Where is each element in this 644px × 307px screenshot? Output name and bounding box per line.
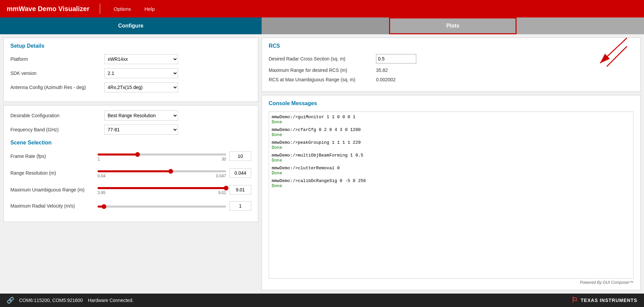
frame-rate-max: 30	[222, 157, 226, 162]
max-range-rcs-row: Maximum Range for desired RCS (m) 35.82	[269, 68, 634, 73]
header-menu: Options Help	[110, 4, 158, 13]
range-res-slider-container[interactable]: 0.04 0.047	[98, 168, 226, 178]
header-divider	[100, 4, 100, 14]
max-range-rcs-value: 35.82	[376, 68, 388, 73]
platform-row: Platform xWR14xxxWR16xxxWR18xx	[10, 54, 251, 64]
desirable-control[interactable]: Best Range ResolutionBest Velocity Resol…	[104, 111, 178, 121]
max-velocity-track[interactable]	[98, 206, 226, 208]
tab-plots[interactable]: Plots	[389, 17, 517, 34]
sdk-row: SDK version 2.12.01.2	[10, 68, 251, 78]
max-velocity-slider-container[interactable]	[98, 203, 226, 209]
tab-bar: Configure Plots	[0, 17, 644, 34]
powered-by: Powered By GUI Composer™	[269, 280, 634, 285]
desirable-select[interactable]: Best Range ResolutionBest Velocity Resol…	[104, 111, 178, 121]
frame-rate-row: Frame Rate (fps) 1 30 10	[10, 151, 251, 162]
link-icon: 🔗	[7, 297, 14, 304]
rcs-at-max-value: 0.002002	[376, 77, 395, 82]
menu-help[interactable]: Help	[141, 4, 158, 13]
antenna-control[interactable]: 4Rx,2Tx(15 deg)4Rx,1Tx(30 deg)2Rx,1Tx(60…	[104, 82, 178, 92]
sdk-control[interactable]: 2.12.01.2	[104, 68, 178, 78]
max-velocity-thumb[interactable]	[102, 204, 106, 209]
platform-control[interactable]: xWR14xxxWR16xxxWR18xx	[104, 54, 178, 64]
max-velocity-row: Maximum Radial Velocity (m/s) 1	[10, 201, 251, 211]
frequency-row: Frequency Band (GHz) 77-8176-77	[10, 125, 251, 135]
rcs-at-max-row: RCS at Max Unambiguous Range (sq. m) 0.0…	[269, 77, 634, 82]
frequency-label: Frequency Band (GHz)	[10, 127, 104, 132]
frame-rate-thumb[interactable]	[135, 152, 140, 157]
ti-logo-icon: ⚐	[571, 296, 578, 305]
frame-rate-min: 1	[98, 157, 100, 162]
max-velocity-label: Maximum Radial Velocity (m/s)	[10, 203, 98, 209]
footer-status: Hardware Connected.	[88, 298, 133, 303]
range-res-thumb[interactable]	[168, 169, 173, 174]
frame-rate-track[interactable]	[98, 154, 226, 156]
main-content: Setup Details Platform xWR14xxxWR16xxxWR…	[0, 34, 644, 294]
desired-rcs-input[interactable]	[376, 54, 416, 63]
rcs-title: RCS	[269, 43, 634, 49]
footer-brand: TEXAS INSTRUMENTS	[581, 298, 637, 303]
range-res-track[interactable]	[98, 170, 226, 172]
console-card: Console Messages mmwDemo:/>guiMonitor 1 …	[262, 95, 641, 290]
max-range-thumb[interactable]	[224, 186, 228, 190]
scene-selection-title: Scene Selection	[10, 140, 251, 146]
platform-select[interactable]: xWR14xxxWR16xxxWR18xx	[104, 54, 178, 64]
max-range-slider-container[interactable]: 3.95 9.01	[98, 184, 226, 195]
desired-rcs-label: Desired Radar Cross Section (sq. m)	[269, 56, 376, 61]
max-range-max: 9.01	[218, 190, 226, 195]
range-res-fill	[98, 170, 171, 172]
app-header: mmWave Demo Visualizer Options Help	[0, 0, 644, 17]
console-title: Console Messages	[269, 100, 634, 106]
right-panel: RCS Desired Radar Cross Section (sq. m) …	[262, 38, 641, 290]
tab-spacer	[262, 17, 389, 34]
range-res-min: 0.04	[98, 174, 105, 178]
tab-configure[interactable]: Configure	[0, 17, 262, 34]
tab-rest	[517, 17, 644, 34]
max-range-track[interactable]	[98, 187, 226, 189]
antenna-label: Antenna Config (Azimuth Res - deg)	[10, 85, 104, 90]
frame-rate-slider-container[interactable]: 1 30	[98, 151, 226, 162]
range-res-max: 0.047	[216, 174, 226, 178]
antenna-select[interactable]: 4Rx,2Tx(15 deg)4Rx,1Tx(30 deg)2Rx,1Tx(60…	[104, 82, 178, 92]
max-range-row: Maximum Unambiguous Range (m) 3.95 9.01 …	[10, 184, 251, 195]
rcs-card: RCS Desired Radar Cross Section (sq. m) …	[262, 38, 641, 92]
desired-rcs-row: Desired Radar Cross Section (sq. m)	[269, 54, 634, 63]
console-body[interactable]: mmwDemo:/>guiMonitor 1 1 0 0 0 1DonemmwD…	[269, 112, 634, 279]
menu-options[interactable]: Options	[110, 4, 135, 13]
config-card: Desirable Configuration Best Range Resol…	[3, 105, 258, 222]
range-res-row: Range Resolution (m) 0.04 0.047 0.044	[10, 168, 251, 178]
max-range-min: 3.95	[98, 190, 105, 195]
left-panel: Setup Details Platform xWR14xxxWR16xxxWR…	[3, 38, 258, 290]
footer-left: 🔗 COM6:115200, COM5:921600 Hardware Conn…	[7, 297, 133, 304]
frequency-select[interactable]: 77-8176-77	[104, 125, 178, 135]
platform-label: Platform	[10, 56, 104, 62]
footer-connection: COM6:115200, COM5:921600	[19, 298, 83, 303]
max-range-label: Maximum Unambiguous Range (m)	[10, 187, 98, 192]
max-range-value[interactable]: 9.01	[229, 185, 251, 194]
max-range-fill	[98, 187, 226, 189]
footer: 🔗 COM6:115200, COM5:921600 Hardware Conn…	[0, 294, 644, 307]
frame-rate-range: 1 30	[98, 157, 226, 162]
footer-right: ⚐ TEXAS INSTRUMENTS	[571, 296, 637, 305]
range-res-range: 0.04 0.047	[98, 174, 226, 178]
desirable-row: Desirable Configuration Best Range Resol…	[10, 111, 251, 121]
antenna-row: Antenna Config (Azimuth Res - deg) 4Rx,2…	[10, 82, 251, 92]
max-range-range: 3.95 9.01	[98, 190, 226, 195]
setup-details-title: Setup Details	[10, 43, 251, 49]
rcs-at-max-label: RCS at Max Unambiguous Range (sq. m)	[269, 77, 376, 82]
range-res-value[interactable]: 0.044	[229, 168, 251, 178]
range-res-label: Range Resolution (m)	[10, 170, 98, 176]
frame-rate-value[interactable]: 10	[229, 151, 251, 161]
frame-rate-label: Frame Rate (fps)	[10, 154, 98, 159]
desirable-label: Desirable Configuration	[10, 113, 104, 118]
setup-details-card: Setup Details Platform xWR14xxxWR16xxxWR…	[3, 38, 258, 102]
frequency-control[interactable]: 77-8176-77	[104, 125, 178, 135]
max-velocity-value[interactable]: 1	[229, 201, 251, 211]
sdk-label: SDK version	[10, 71, 104, 76]
sdk-select[interactable]: 2.12.01.2	[104, 68, 178, 78]
max-range-rcs-label: Maximum Range for desired RCS (m)	[269, 68, 376, 73]
frame-rate-fill	[98, 154, 138, 156]
app-title: mmWave Demo Visualizer	[7, 5, 90, 13]
